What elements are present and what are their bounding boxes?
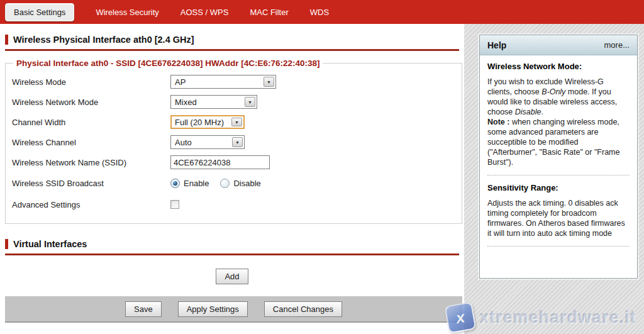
row-ssid: Wireless Network Name (SSID) (12, 152, 462, 172)
help-separator (487, 175, 630, 175)
physical-interface-fieldset: Physical Interface ath0 - SSID [4CE67622… (5, 58, 462, 224)
cancel-changes-button[interactable]: Cancel Changes (264, 301, 342, 317)
help-separator (487, 246, 630, 247)
page-title: Wireless Physical Interface ath0 [2.4 GH… (13, 35, 194, 45)
radio-enable[interactable]: Enable (170, 179, 209, 188)
ssid-input[interactable] (170, 155, 270, 169)
virtual-interfaces-title: Virtual Interfaces (13, 239, 87, 249)
radio-disable-label: Disable (233, 179, 260, 188)
advanced-settings-label: Advanced Settings (12, 200, 170, 209)
row-advanced-settings: Advanced Settings (12, 194, 462, 214)
action-bar: Save Apply Settings Cancel Changes (5, 296, 462, 323)
help-body: Wireless Network Mode: If you wish to ex… (480, 55, 637, 260)
help-italic-disable: Disable (515, 108, 541, 116)
help-more-link[interactable]: more... (604, 40, 630, 50)
radio-enable-icon[interactable] (170, 179, 180, 188)
network-mode-value: Mixed (175, 97, 197, 107)
tab-aoss-wps[interactable]: AOSS / WPS (180, 8, 229, 17)
row-channel-width: Channel Width Full (20 MHz) ▼ (12, 112, 462, 132)
chevron-down-icon[interactable]: ▼ (245, 97, 255, 107)
tab-wds[interactable]: WDS (310, 8, 329, 17)
chevron-down-icon[interactable]: ▼ (231, 118, 242, 126)
wireless-channel-value: Auto (175, 138, 192, 147)
apply-settings-button[interactable]: Apply Settings (178, 301, 248, 317)
help-header: Help more... (480, 35, 637, 55)
section-header-virtual: Virtual Interfaces (5, 239, 459, 255)
help-heading-network-mode: Wireless Network Mode: (487, 62, 630, 72)
add-button-row: Add (0, 269, 464, 284)
xtremehardware-logo-icon: x (445, 302, 477, 334)
section-header-physical: Wireless Physical Interface ath0 [2.4 GH… (5, 35, 459, 51)
wireless-mode-value: AP (175, 77, 186, 87)
main-content: Wireless Physical Interface ath0 [2.4 GH… (0, 24, 464, 334)
advanced-settings-checkbox[interactable] (170, 200, 179, 209)
help-title: Help (487, 40, 506, 50)
help-text-sensitivity: Adjusts the ack timing. 0 disables ack t… (487, 198, 630, 238)
tab-wireless-security[interactable]: Wireless Security (96, 8, 158, 17)
network-mode-label: Wireless Network Mode (12, 97, 170, 107)
channel-width-value: Full (20 MHz) (175, 118, 224, 127)
ssid-broadcast-radio-group: Enable Disable (170, 179, 261, 188)
help-text-network-mode: If you wish to exclude Wireless-G client… (487, 77, 630, 167)
radio-enable-label: Enable (184, 179, 209, 188)
network-mode-select[interactable]: Mixed ▼ (170, 95, 257, 109)
wireless-channel-select[interactable]: Auto ▼ (170, 135, 245, 149)
add-button[interactable]: Add (216, 269, 248, 284)
help-italic-b-only: B-Only (541, 87, 565, 96)
fieldset-legend: Physical Interface ath0 - SSID [4CE67622… (13, 58, 323, 68)
watermark-text: xtremehardware.it (479, 308, 636, 328)
section-tick-decor (5, 239, 8, 249)
wireless-mode-label: Wireless Mode (12, 77, 170, 87)
row-wireless-mode: Wireless Mode AP ▼ (12, 72, 462, 92)
help-panel: Help more... Wireless Network Mode: If y… (479, 35, 638, 279)
channel-width-label: Channel Width (12, 118, 170, 127)
top-nav-bar: Basic Settings Wireless Security AOSS / … (0, 0, 644, 24)
chevron-down-icon[interactable]: ▼ (232, 137, 243, 147)
row-ssid-broadcast: Wireless SSID Broadcast Enable Disable (12, 172, 462, 194)
chevron-down-icon[interactable]: ▼ (264, 77, 274, 87)
ssid-label: Wireless Network Name (SSID) (12, 158, 170, 167)
ssid-broadcast-label: Wireless SSID Broadcast (12, 179, 170, 188)
row-network-mode: Wireless Network Mode Mixed ▼ (12, 92, 462, 112)
section-tick-decor (5, 35, 8, 45)
tab-basic-settings[interactable]: Basic Settings (5, 3, 74, 21)
row-wireless-channel: Wireless Channel Auto ▼ (12, 132, 462, 152)
help-note-label: Note : (487, 118, 509, 126)
tab-mac-filter[interactable]: MAC Filter (250, 8, 288, 17)
radio-disable-icon[interactable] (220, 179, 230, 188)
channel-width-select[interactable]: Full (20 MHz) ▼ (170, 115, 245, 129)
help-heading-sensitivity: Sensitivity Range: (487, 183, 630, 193)
radio-disable[interactable]: Disable (220, 179, 260, 188)
wireless-channel-label: Wireless Channel (12, 138, 170, 147)
watermark: x xtremehardware.it (447, 304, 636, 331)
wireless-mode-select[interactable]: AP ▼ (170, 75, 276, 89)
save-button[interactable]: Save (125, 301, 162, 317)
